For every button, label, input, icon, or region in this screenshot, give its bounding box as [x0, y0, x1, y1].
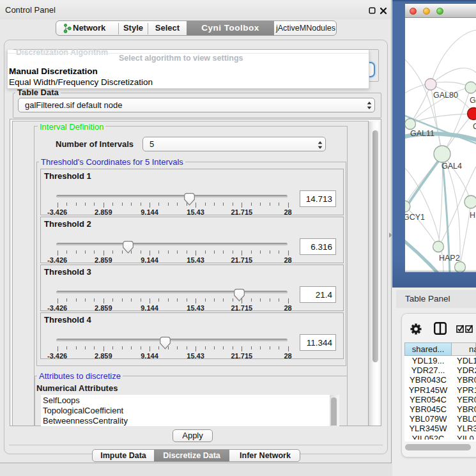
svg-text:H: H [470, 211, 475, 220]
svg-text:HAP2: HAP2 [439, 254, 460, 263]
svg-text:GAL4: GAL4 [441, 162, 462, 171]
svg-text:GAL11: GAL11 [410, 129, 434, 138]
svg-text:GCY1: GCY1 [405, 213, 425, 222]
svg-text:GAL80: GAL80 [433, 91, 458, 100]
svg-text:GA: GA [470, 96, 476, 105]
svg-text:C: C [473, 122, 476, 131]
